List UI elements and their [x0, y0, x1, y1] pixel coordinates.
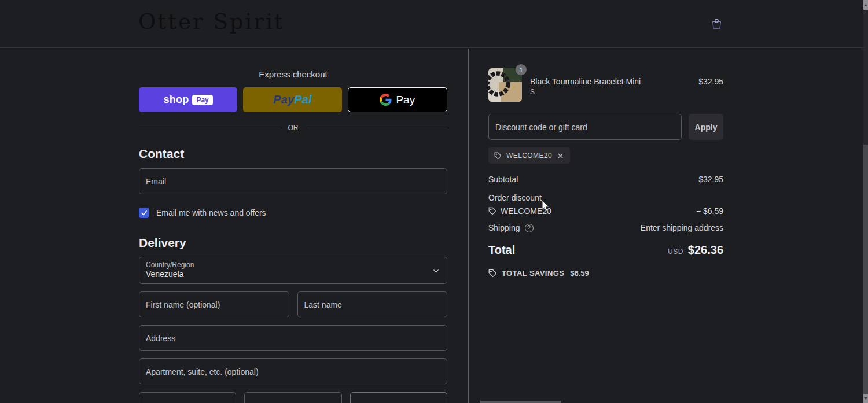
divider-line	[306, 128, 448, 128]
paypal-wordmark-pay: Pay	[273, 93, 294, 106]
newsletter-checkbox[interactable]	[139, 208, 149, 218]
country-select-label: Country/Region	[146, 261, 440, 269]
order-discount-label: Order discount	[488, 193, 542, 202]
first-name-field[interactable]	[139, 291, 289, 317]
vertical-scrollbar-thumb[interactable]	[863, 145, 868, 394]
shipping-value: Enter shipping address	[641, 223, 723, 232]
shipping-label: Shipping	[488, 223, 520, 232]
header: Otter Spirit	[0, 0, 863, 48]
triangle-down-icon	[864, 397, 867, 400]
tag-icon	[488, 207, 496, 215]
subtotal-label: Subtotal	[488, 175, 518, 184]
applied-discount-chip: WELCOME20	[488, 147, 570, 164]
postal-code-field[interactable]	[350, 392, 447, 403]
product-thumbnail: 1	[488, 68, 522, 102]
check-icon	[141, 209, 148, 216]
city-state-zip-row	[139, 392, 447, 403]
applied-discount-code: WELCOME20	[506, 151, 552, 160]
contact-heading: Contact	[139, 147, 447, 161]
scroll-down-button[interactable]	[863, 394, 868, 403]
remove-discount-icon[interactable]	[557, 152, 564, 160]
chevron-down-icon	[432, 267, 440, 275]
discount-amount-row: WELCOME20 − $6.59	[488, 206, 723, 216]
city-field[interactable]	[139, 392, 236, 403]
tag-icon	[488, 269, 497, 278]
order-discount-row: Order discount	[488, 193, 723, 202]
item-title: Black Tourmaline Bracelet Mini	[530, 77, 641, 86]
discount-code-text: WELCOME20	[501, 206, 551, 216]
newsletter-label: Email me with news and offers	[156, 208, 266, 217]
address-field[interactable]	[139, 325, 447, 351]
subtotal-value: $32.95	[698, 175, 723, 184]
checkout-page: Otter Spirit Express checkout shop Pay P…	[0, 0, 868, 403]
google-pay-button[interactable]: Pay	[348, 87, 447, 112]
country-select[interactable]: Country/Region Venezuela	[139, 257, 447, 284]
discount-code-input[interactable]	[488, 114, 682, 140]
total-label: Total	[488, 243, 515, 257]
apply-discount-button[interactable]: Apply	[689, 114, 723, 140]
shop-pay-badge: Pay	[192, 95, 212, 105]
delivery-heading: Delivery	[139, 236, 447, 250]
total-savings-row: TOTAL SAVINGS $6.59	[488, 269, 723, 278]
shipping-cell: Shipping ?	[488, 223, 534, 232]
shop-pay-wordmark: shop	[164, 94, 189, 106]
total-savings-label: TOTAL SAVINGS	[502, 269, 564, 278]
item-info: Black Tourmaline Bracelet Mini S	[530, 68, 641, 96]
paypal-wordmark-pal: Pal	[294, 93, 312, 106]
shipping-row: Shipping ? Enter shipping address	[488, 223, 723, 232]
google-g-icon	[380, 94, 392, 106]
quantity-badge: 1	[516, 64, 527, 75]
tag-icon	[494, 152, 502, 160]
name-row	[139, 291, 447, 317]
column-divider	[468, 49, 469, 403]
paypal-button[interactable]: PayPal	[243, 87, 341, 112]
order-summary: 1 Black Tourmaline Bracelet Mini S $32.9…	[488, 49, 723, 278]
or-label: OR	[288, 124, 299, 132]
apartment-field[interactable]	[139, 358, 447, 384]
express-checkout-label: Express checkout	[139, 69, 447, 79]
express-buttons: shop Pay PayPal Pay	[139, 87, 447, 112]
shipping-help-icon[interactable]: ?	[525, 224, 534, 232]
shop-pay-button[interactable]: shop Pay	[139, 87, 237, 112]
discount-amount: − $6.59	[696, 206, 723, 216]
subtotal-row: Subtotal $32.95	[488, 175, 723, 184]
horizontal-scrollbar-thumb[interactable]	[480, 401, 561, 403]
vertical-scrollbar[interactable]	[863, 0, 868, 403]
store-logo[interactable]: Otter Spirit	[138, 9, 285, 34]
total-savings-value: $6.59	[570, 269, 589, 278]
cart-item-row: 1 Black Tourmaline Bracelet Mini S $32.9…	[488, 68, 723, 102]
newsletter-row: Email me with news and offers	[139, 208, 447, 218]
currency-code: USD	[668, 247, 683, 256]
total-amount-cell: USD $26.36	[668, 243, 723, 257]
email-field[interactable]	[139, 168, 447, 194]
triangle-up-icon	[864, 4, 867, 6]
or-divider: OR	[139, 124, 447, 132]
total-row: Total USD $26.36	[488, 243, 723, 257]
item-price: $32.95	[698, 68, 723, 86]
discount-code-row: Apply	[488, 114, 723, 140]
google-pay-label: Pay	[396, 94, 415, 106]
scroll-up-button[interactable]	[863, 0, 868, 10]
total-value: $26.36	[688, 243, 723, 257]
last-name-field[interactable]	[297, 291, 448, 317]
item-variant: S	[530, 88, 641, 96]
cart-bag-icon[interactable]	[711, 17, 723, 30]
discount-code-cell: WELCOME20	[488, 206, 551, 216]
divider-line	[139, 128, 281, 128]
country-select-value: Venezuela	[146, 269, 440, 279]
state-field[interactable]	[244, 392, 341, 403]
checkout-form: Express checkout shop Pay PayPal Pay	[139, 49, 447, 403]
